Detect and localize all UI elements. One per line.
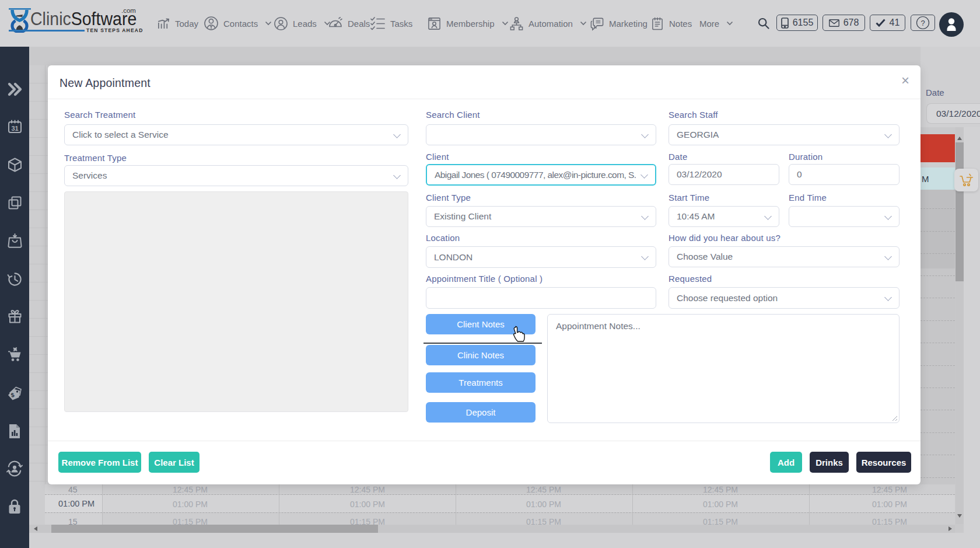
svg-text:31: 31 [11, 125, 18, 132]
svg-text:?: ? [921, 19, 925, 27]
